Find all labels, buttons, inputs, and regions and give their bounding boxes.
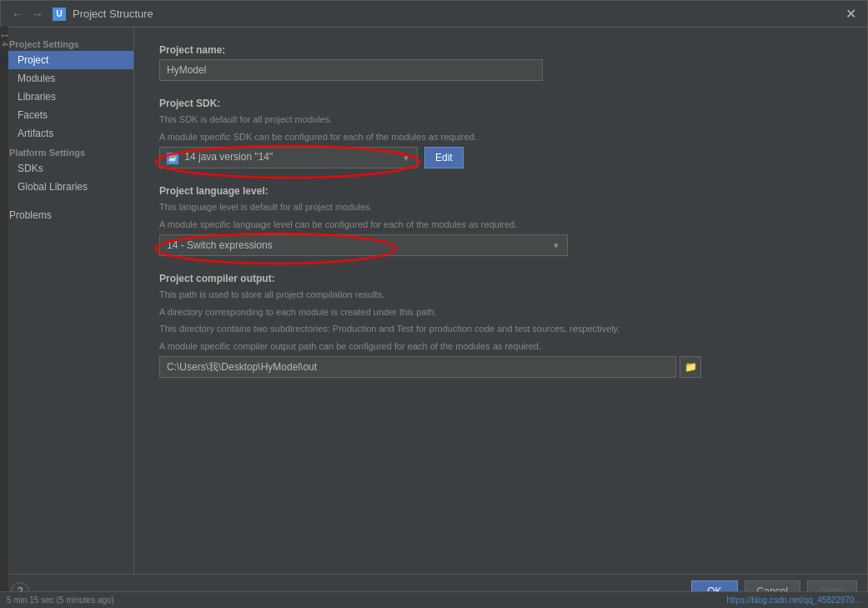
compiler-output-label: Project compiler output: — [159, 273, 842, 284]
sdk-dropdown[interactable]: ☕ 14 java version "14" ▼ — [159, 147, 418, 168]
output-path-input[interactable]: C:\Users\我\Desktop\HyModel\out — [159, 356, 676, 378]
main-content: Project name: HyModel Project SDK: This … — [134, 28, 867, 574]
dialog-body: Project Settings Project Modules Librari… — [1, 28, 867, 574]
sidebar: Project Settings Project Modules Librari… — [1, 28, 134, 574]
sidebar-item-facets[interactable]: Facets — [1, 106, 133, 124]
project-sdk-section: Project SDK: This SDK is default for all… — [159, 98, 842, 168]
app-icon: U — [53, 8, 66, 21]
project-sdk-label: Project SDK: — [159, 98, 842, 109]
close-button[interactable]: ✕ — [843, 6, 859, 22]
compiler-desc1: This path is used to store all project c… — [159, 288, 842, 302]
sidebar-item-libraries[interactable]: Libraries — [1, 88, 133, 106]
compiler-output-section: Project compiler output: This path is us… — [159, 273, 842, 378]
project-structure-dialog: ← → U Project Structure ✕ Project Settin… — [0, 0, 868, 608]
title-bar-nav: ← → — [9, 8, 46, 21]
sidebar-item-modules[interactable]: Modules — [1, 69, 133, 88]
platform-settings-label: Platform Settings — [1, 143, 133, 159]
strip-number-1: 1 — [0, 33, 9, 38]
compiler-desc2: A directory corresponding to each module… — [159, 305, 842, 319]
sdk-row: ☕ 14 java version "14" ▼ Edit — [159, 147, 842, 168]
project-name-section: Project name: HyModel — [159, 44, 842, 81]
lang-desc1: This language level is default for all p… — [159, 200, 842, 214]
lang-desc2: A module specific language level can be … — [159, 218, 842, 232]
sdk-desc1: This SDK is default for all project modu… — [159, 113, 842, 127]
status-bar: 5 min 15 sec (5 minutes ago) https://blo… — [0, 591, 868, 608]
back-button[interactable]: ← — [9, 8, 26, 21]
project-name-label: Project name: — [159, 44, 842, 56]
sidebar-item-project[interactable]: Project — [1, 51, 133, 69]
folder-button[interactable]: 📁 — [680, 356, 701, 378]
language-level-section: Project language level: This language le… — [159, 185, 842, 256]
sidebar-item-sdks[interactable]: SDKs — [1, 159, 133, 178]
status-right: https://blog.csdn.net/qq_45822970... — [726, 595, 861, 605]
output-path-row: C:\Users\我\Desktop\HyModel\out 📁 — [159, 356, 842, 378]
project-name-input[interactable]: HyModel — [159, 59, 543, 81]
lang-chevron-icon: ▼ — [552, 241, 560, 250]
compiler-desc3: This directory contains two subdirectori… — [159, 322, 842, 336]
title-bar-left: ← → U Project Structure — [9, 8, 153, 21]
folder-icon: 📁 — [685, 361, 697, 373]
sidebar-item-problems[interactable]: Problems — [1, 206, 133, 224]
language-level-dropdown[interactable]: 14 - Switch expressions ▼ — [159, 234, 568, 256]
title-bar: ← → U Project Structure ✕ — [1, 1, 867, 28]
chevron-down-icon: ▼ — [402, 153, 410, 163]
sidebar-item-artifacts[interactable]: Artifacts — [1, 124, 133, 143]
forward-button[interactable]: → — [29, 8, 46, 21]
strip-number-4: 4 — [0, 42, 9, 47]
language-level-label: Project language level: — [159, 185, 842, 197]
sdk-java-icon: ☕ — [167, 153, 178, 164]
project-settings-label: Project Settings — [1, 34, 133, 51]
status-left: 5 min 15 sec (5 minutes ago) — [7, 595, 114, 605]
edit-button[interactable]: Edit — [424, 147, 464, 168]
sidebar-item-global-libraries[interactable]: Global Libraries — [1, 178, 133, 196]
dialog-title: Project Structure — [73, 8, 153, 20]
left-strip: 1 4 — [0, 27, 8, 591]
compiler-desc4: A module specific compiler output path c… — [159, 339, 842, 354]
sdk-desc2: A module specific SDK can be configured … — [159, 130, 842, 144]
